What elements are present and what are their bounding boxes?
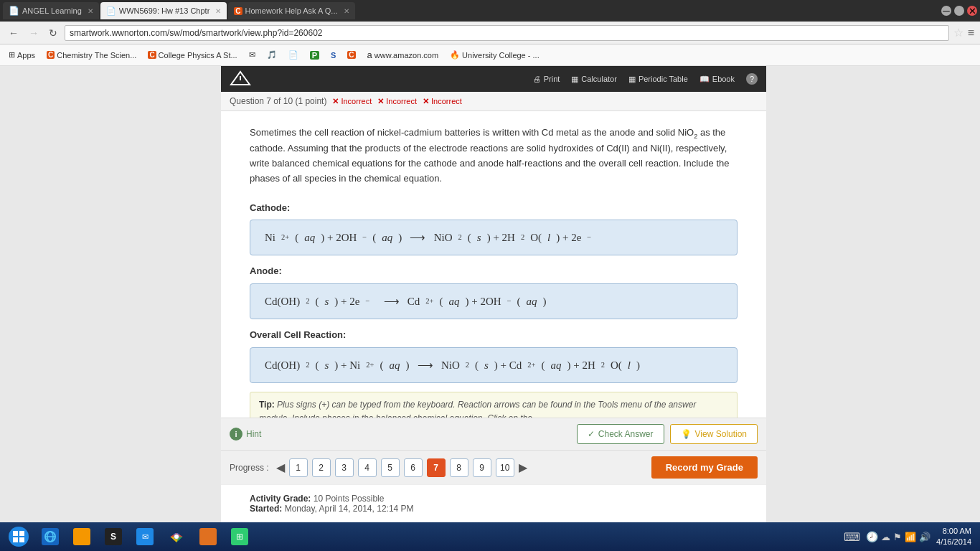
check-answer-button[interactable]: ✓ Check Answer xyxy=(577,424,664,444)
periodic-table-button[interactable]: ▦ Periodic Table xyxy=(628,75,688,84)
question-header: Question 7 of 10 (1 point) ✕ Incorrect ✕… xyxy=(221,92,766,111)
svg-rect-5 xyxy=(19,537,24,542)
date: 4/16/2014 xyxy=(936,537,971,547)
amazon-icon: a xyxy=(367,50,372,60)
progress-7[interactable]: 7 xyxy=(427,458,446,477)
progress-1[interactable]: 1 xyxy=(289,458,308,477)
progress-2[interactable]: 2 xyxy=(312,458,331,477)
anode-label: Anode: xyxy=(250,264,738,279)
overall-label: Overall Cell Reaction: xyxy=(250,328,738,343)
tab-angel[interactable]: 📄 ANGEL Learning ✕ xyxy=(3,2,99,19)
bookmark-star[interactable]: ☆ xyxy=(953,26,963,39)
hint-icon: i xyxy=(230,428,242,441)
cathode-equation[interactable]: Ni2+(aq) + 2OH−(aq) ⟶ NiO2(s) + 2H2O(l) … xyxy=(250,220,738,255)
folder-icon xyxy=(73,528,90,545)
question-content: Sometimes the cell reaction of nickel-ca… xyxy=(221,111,766,418)
view-solution-button[interactable]: 💡 View Solution xyxy=(670,424,758,444)
menu-button[interactable]: ≡ xyxy=(968,27,974,39)
progress-5[interactable]: 5 xyxy=(381,458,400,477)
reload-button[interactable]: ↻ xyxy=(46,26,60,40)
main-content: 🖨 Print ▦ Calculator ▦ Periodic Table 📖 … xyxy=(0,66,980,522)
start-button[interactable] xyxy=(3,524,34,550)
print-button[interactable]: 🖨 Print xyxy=(533,75,560,83)
bookmark-c2[interactable]: C xyxy=(343,50,359,60)
bookmark-email[interactable]: ✉ xyxy=(245,49,260,61)
progress-4[interactable]: 4 xyxy=(358,458,377,477)
progress-bar: Progress : ◀ 1 2 3 4 5 6 7 8 9 10 ▶ Reco… xyxy=(221,450,766,484)
time: 8:00 AM xyxy=(936,526,971,537)
volume-icon: 🔊 xyxy=(919,532,930,542)
left-sidebar xyxy=(0,66,221,522)
svg-rect-4 xyxy=(13,537,18,542)
overall-eq-content: Cd(OH)2(s) + Ni2+(aq) ⟶ NiO2(s) + Cd2+(a… xyxy=(265,357,640,374)
bookmark-p[interactable]: P xyxy=(306,50,324,61)
taskbar-mail[interactable]: ✉ xyxy=(131,525,159,548)
tab-smartwork-icon: 📄 xyxy=(106,6,116,16)
notification-area: 🕗 ☁ ⚑ 📶 🔊 xyxy=(866,531,930,542)
clock-icon: 🕗 xyxy=(866,531,878,542)
activity-grade-value: 10 Points Possible xyxy=(314,494,385,504)
tab-homework[interactable]: C Homework Help Ask A Q... ✕ xyxy=(228,2,354,19)
apps-label: Apps xyxy=(17,51,35,60)
minimize-button[interactable]: ─ xyxy=(941,6,951,16)
calculator-button[interactable]: ▦ Calculator xyxy=(571,75,617,84)
nav-bar: ← → ↻ ☆ ≡ xyxy=(0,22,980,44)
maximize-button[interactable] xyxy=(954,6,964,16)
taskbar-folder2[interactable] xyxy=(194,525,222,548)
bookmark-chemistry[interactable]: C Chemistry The Scien... xyxy=(42,50,141,61)
flag-icon: ⚑ xyxy=(893,532,902,542)
bookmark-university[interactable]: 🔥 University College - ... xyxy=(446,49,544,61)
bulb-icon: 💡 xyxy=(681,429,692,439)
record-grade-button[interactable]: Record my Grade xyxy=(651,456,758,479)
anode-equation[interactable]: Cd(OH)2(s) + 2e− ⟶ Cd2+(aq) + 2OH−(aq) xyxy=(250,283,738,319)
cathode-eq-content: Ni2+(aq) + 2OH−(aq) ⟶ NiO2(s) + 2H2O(l) … xyxy=(265,229,591,246)
help-button[interactable]: ? xyxy=(746,73,758,85)
window-controls: ─ ✕ xyxy=(941,6,977,16)
tab-smartwork[interactable]: 📄 WWN5699: Hw #13 Chptr ✕ xyxy=(100,2,227,19)
music-icon: 🎵 xyxy=(267,50,277,60)
address-bar[interactable] xyxy=(65,25,949,41)
svg-rect-9 xyxy=(75,534,88,542)
taskbar-folder[interactable] xyxy=(67,525,96,548)
activity-grade-label: Activity Grade: xyxy=(250,494,311,504)
close-button[interactable]: ✕ xyxy=(967,6,977,16)
periodic-table-icon: ▦ xyxy=(628,75,636,84)
taskbar-store[interactable]: ⊞ xyxy=(225,525,254,548)
tab-smartwork-close[interactable]: ✕ xyxy=(215,7,221,15)
bookmark-music[interactable]: 🎵 xyxy=(263,49,281,61)
tab-homework-close[interactable]: ✕ xyxy=(344,7,349,15)
progress-10[interactable]: 10 xyxy=(496,458,514,477)
doc-icon: 📄 xyxy=(288,50,298,60)
progress-8[interactable]: 8 xyxy=(450,458,468,477)
tab-smartwork-label: WWN5699: Hw #13 Chptr xyxy=(119,6,210,15)
taskbar-chrome[interactable] xyxy=(162,525,191,548)
bookmark-amazon[interactable]: a www.amazon.com xyxy=(363,48,443,62)
bookmark-doc[interactable]: 📄 xyxy=(284,49,303,61)
bookmark-s[interactable]: S xyxy=(326,50,340,61)
progress-6[interactable]: 6 xyxy=(404,458,423,477)
back-button[interactable]: ← xyxy=(6,26,22,40)
ebook-button[interactable]: 📖 Ebook xyxy=(699,75,735,84)
tab-angel-close[interactable]: ✕ xyxy=(88,7,93,15)
c2-icon: C xyxy=(347,51,355,59)
cathode-label: Cathode: xyxy=(250,201,738,216)
hint-button[interactable]: i Hint xyxy=(230,428,261,441)
progress-3[interactable]: 3 xyxy=(335,458,354,477)
forward-button[interactable]: → xyxy=(26,26,42,40)
taskbar-app3[interactable]: S xyxy=(99,525,128,548)
bottom-controls: i Hint ✓ Check Answer 💡 View Solution xyxy=(221,418,766,450)
bookmark-apps[interactable]: ⊞ Apps xyxy=(4,49,39,61)
tip-box: Tip: Plus signs (+) can be typed from th… xyxy=(250,392,738,418)
attempt-2: ✕ Incorrect xyxy=(377,97,417,106)
print-icon: 🖨 xyxy=(533,75,541,83)
clock: 8:00 AM 4/16/2014 xyxy=(936,526,971,548)
progress-9[interactable]: 9 xyxy=(473,458,491,477)
folder2-icon xyxy=(199,528,217,545)
progress-next[interactable]: ▶ xyxy=(519,461,527,474)
bookmark-physics[interactable]: C College Physics A St... xyxy=(143,50,241,61)
svg-rect-10 xyxy=(75,532,81,534)
smartwork-panel: 🖨 Print ▦ Calculator ▦ Periodic Table 📖 … xyxy=(221,66,766,522)
taskbar-ie[interactable] xyxy=(36,525,65,548)
progress-prev[interactable]: ◀ xyxy=(276,461,285,474)
overall-equation[interactable]: Cd(OH)2(s) + Ni2+(aq) ⟶ NiO2(s) + Cd2+(a… xyxy=(250,347,738,383)
